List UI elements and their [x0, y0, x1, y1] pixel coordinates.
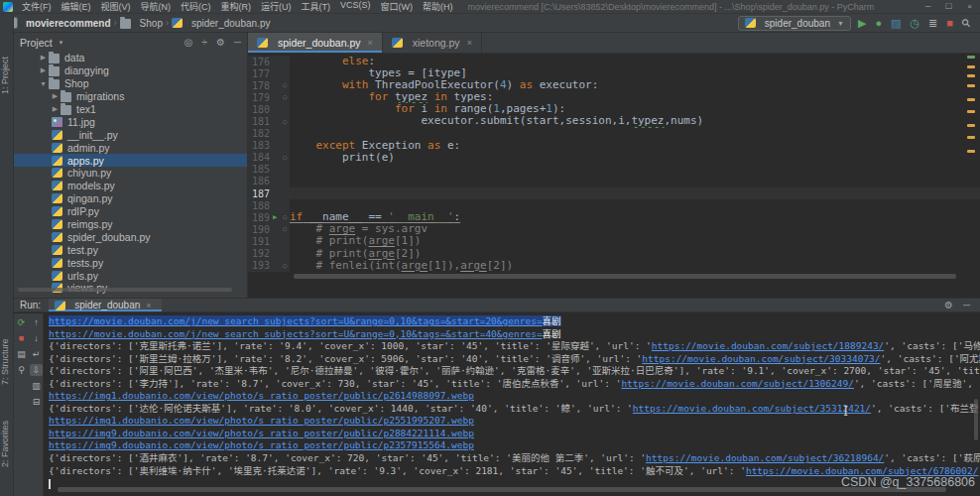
console-line-7[interactable]: https://img1.doubanio.com/view/photo/s_r…: [49, 390, 980, 403]
soft-wrap-icon[interactable]: ↵: [30, 348, 43, 360]
console-link[interactable]: https://img9.doubanio.com/view/photo/s_r…: [49, 439, 474, 450]
chevron-collapsed-icon[interactable]: ▶: [38, 66, 49, 74]
stop-icon[interactable]: ■: [946, 18, 953, 29]
console-line-1[interactable]: https://movie.douban.com/j/new_search_su…: [49, 315, 980, 328]
console-link[interactable]: https://movie.douban.com/subject/6786002…: [746, 465, 979, 476]
code-line-187[interactable]: 187: [248, 187, 980, 199]
scroll-up-icon[interactable]: ↑: [30, 316, 43, 328]
chevron-collapsed-icon[interactable]: ▶: [50, 92, 61, 100]
hide-panel-icon[interactable]: ─: [234, 37, 241, 48]
tree-item-models.py[interactable]: models.py: [14, 180, 247, 192]
menu-item[interactable]: 窗口(W): [376, 0, 419, 13]
coverage-icon[interactable]: ▨: [891, 18, 901, 29]
code-line-188[interactable]: 188: [248, 199, 980, 211]
settings-icon[interactable]: ⚙: [216, 37, 225, 48]
locate-file-icon[interactable]: ◎: [184, 37, 193, 48]
run-line-icon[interactable]: ▶: [270, 213, 280, 221]
fold-icon[interactable]: ○: [280, 262, 290, 270]
scroll-down-icon[interactable]: ↓: [30, 332, 43, 344]
menu-item[interactable]: 视图(V): [96, 0, 136, 13]
project-tree-hscrollbar[interactable]: [18, 288, 232, 292]
tool-window-project[interactable]: 1: Project: [0, 37, 14, 114]
close-icon[interactable]: ×: [467, 38, 472, 48]
run-icon[interactable]: ▶: [858, 18, 866, 29]
menu-item[interactable]: 工具(T): [297, 0, 336, 13]
restore-layout-icon[interactable]: ▤: [15, 348, 28, 360]
pin-tab-icon[interactable]: ⚲: [15, 364, 28, 376]
tree-item-tex1[interactable]: ▶tex1: [14, 103, 247, 116]
console-line-2[interactable]: https://movie.douban.com/j/new_search_su…: [49, 328, 980, 341]
code-line-186[interactable]: 186: [248, 176, 980, 187]
console-line-3[interactable]: {'directors': ['克里斯托弗·诺兰'], 'rate': '9.4…: [49, 340, 980, 353]
tree-item-__init__.py[interactable]: __init__.py: [14, 128, 247, 141]
fold-icon[interactable]: ○: [280, 118, 290, 126]
console-link[interactable]: https://movie.douban.com/subject/3531242…: [633, 403, 871, 414]
fold-icon[interactable]: ○: [280, 81, 290, 89]
code-line-182[interactable]: 182: [248, 128, 980, 140]
run-tab[interactable]: spider_douban ×: [49, 299, 161, 311]
code-line-179[interactable]: 179○ for typez in types:: [248, 91, 980, 103]
tree-item-test.py[interactable]: test.py: [14, 243, 247, 256]
fold-icon[interactable]: ○: [280, 154, 290, 162]
minimize-panel-icon[interactable]: ─: [963, 300, 970, 310]
console-link[interactable]: https://movie.douban.com/j/new_search_su…: [49, 315, 543, 326]
close-button[interactable]: ×: [959, 0, 980, 13]
console-link[interactable]: https://movie.douban.com/j/new_search_su…: [49, 328, 543, 339]
scroll-to-end-icon[interactable]: ⇩: [30, 364, 43, 376]
collapse-all-icon[interactable]: ÷: [201, 37, 207, 48]
debug-icon[interactable]: ●: [875, 18, 882, 29]
menu-item[interactable]: 重构(R): [216, 0, 257, 13]
tree-item-data[interactable]: ▶data: [14, 52, 247, 64]
code-line-178[interactable]: 178○ with ThreadPoolExecutor(4) as execu…: [248, 79, 980, 91]
chevron-expanded-icon[interactable]: ▼: [38, 80, 49, 87]
close-icon[interactable]: ×: [146, 301, 151, 310]
project-panel-title[interactable]: Project ▾: [20, 37, 62, 49]
run-console[interactable]: https://movie.douban.com/j/new_search_su…: [44, 313, 980, 496]
code-line-189[interactable]: 189▶○if __name__ == '__main__':: [248, 211, 980, 223]
console-line-11[interactable]: https://img9.doubanio.com/view/photo/s_r…: [49, 439, 980, 452]
console-vscrollbar[interactable]: [974, 399, 978, 440]
console-line-6[interactable]: {'directors': ['李力持'], 'rate': '8.7', 'c…: [49, 378, 980, 391]
tree-item-rdIP.py[interactable]: rdIP.py: [14, 205, 247, 218]
tree-item-qingan.py[interactable]: qingan.py: [14, 192, 247, 205]
run-configuration-select[interactable]: spider_douban ▼: [738, 16, 851, 31]
menu-item[interactable]: 代码(C): [176, 0, 216, 13]
stop-icon[interactable]: ■: [15, 332, 28, 344]
breadcrumb-item-Shop[interactable]: Shop: [120, 18, 163, 29]
tree-item-urls.py[interactable]: urls.py: [14, 269, 247, 282]
fold-icon[interactable]: ○: [280, 213, 290, 221]
code-line-192[interactable]: 192 # print(arge[2]): [248, 248, 980, 260]
tree-item-diangying[interactable]: ▶diangying: [14, 64, 247, 77]
console-hscrollbar[interactable]: [58, 487, 946, 492]
print-icon[interactable]: ▥: [30, 380, 43, 392]
code-line-183[interactable]: 183 except Exception as e:: [248, 140, 980, 152]
console-link[interactable]: https://img1.doubanio.com/view/photo/s_r…: [49, 390, 474, 401]
editor-tab-xietong.py[interactable]: xietong.py×: [383, 33, 482, 53]
maximize-button[interactable]: ☐: [938, 0, 959, 13]
close-icon[interactable]: ×: [367, 38, 372, 48]
run-dashboard-icon[interactable]: ≣: [928, 18, 937, 29]
editor-hscrollbar[interactable]: [294, 274, 956, 279]
tree-item-Shop[interactable]: ▼Shop: [14, 77, 247, 90]
editor-body[interactable]: 176 else:177 types = [itype]178○ with Th…: [248, 54, 980, 298]
console-line-4[interactable]: {'directors': ['斯里兰姆·拉格万'], 'rate': '8.2…: [49, 353, 980, 366]
code-line-190[interactable]: 190○ # arge = sys.argv: [248, 223, 980, 235]
tree-item-apps.py[interactable]: apps.py: [14, 154, 247, 167]
minimize-button[interactable]: ─: [918, 0, 938, 13]
menu-item[interactable]: 帮助(H): [418, 0, 458, 13]
console-link[interactable]: https://movie.douban.com/subject/3033407…: [642, 353, 880, 364]
tool-window-structure[interactable]: 7: Structure: [0, 322, 14, 402]
search-everywhere-icon[interactable]: ⚲: [959, 16, 972, 29]
chevron-collapsed-icon[interactable]: ▶: [50, 105, 61, 113]
fold-icon[interactable]: ○: [280, 225, 290, 233]
tool-window-favorites[interactable]: 2: Favorites: [0, 404, 14, 483]
tree-item-reimgs.py[interactable]: reimgs.py: [14, 218, 247, 231]
tree-item-tests.py[interactable]: tests.py: [14, 256, 247, 269]
code-line-176[interactable]: 176 else:: [248, 56, 980, 67]
console-link[interactable]: https://img1.doubanio.com/view/photo/s_r…: [49, 415, 474, 426]
menu-item[interactable]: 导航(N): [136, 0, 177, 13]
menu-item[interactable]: 文件(F): [17, 0, 57, 13]
clear-all-icon[interactable]: ⊟: [30, 396, 43, 408]
code-line-177[interactable]: 177 types = [itype]: [248, 67, 980, 79]
tree-item-migrations[interactable]: ▶migrations: [14, 90, 247, 103]
